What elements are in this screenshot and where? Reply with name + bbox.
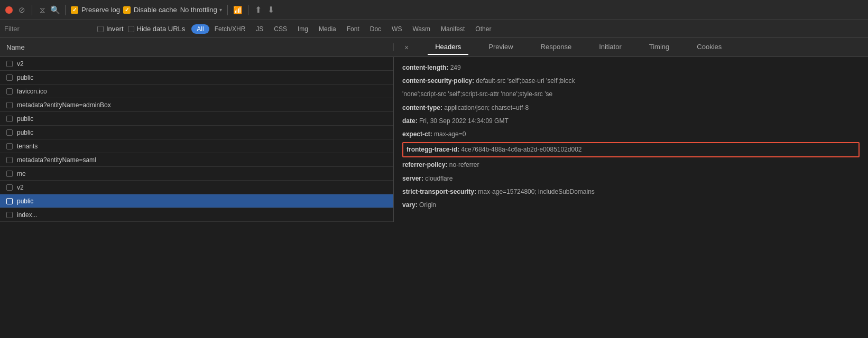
header-key: date: [402, 117, 418, 125]
request-name: public [17, 74, 33, 81]
filter-icon-btn[interactable]: ⧖ [38, 5, 47, 15]
request-item[interactable]: v2 [0, 181, 393, 194]
header-value: no-referrer [447, 161, 479, 168]
request-checkbox[interactable] [6, 157, 13, 163]
request-name: metadata?entityName=saml [17, 156, 96, 164]
invert-checkbox[interactable]: Invert [97, 25, 124, 33]
header-value: max-age=0 [432, 130, 466, 138]
header-value: Fri, 30 Sep 2022 14:34:09 GMT [418, 117, 509, 125]
throttle-select[interactable]: No throttling ▾ [180, 6, 222, 14]
request-checkbox[interactable] [6, 102, 13, 108]
header-value: 'none';script-src 'self';script-src-attr… [402, 90, 552, 98]
request-item[interactable]: metadata?entityName=adminBox [0, 98, 393, 112]
header-value: 249 [448, 64, 460, 71]
header-row: content-security-policy: default-src 'se… [402, 74, 860, 88]
detail-tab-preview[interactable]: Preview [481, 40, 520, 55]
request-item[interactable]: public [0, 71, 393, 84]
header-row: strict-transport-security: max-age=15724… [402, 185, 860, 199]
request-checkbox[interactable] [6, 74, 13, 81]
request-item[interactable]: metadata?entityName=saml [0, 153, 393, 167]
request-checkbox[interactable] [6, 198, 13, 204]
request-checkbox[interactable] [6, 61, 13, 67]
filter-tab-js[interactable]: JS [251, 24, 269, 34]
hide-data-urls-check-icon [128, 26, 134, 32]
request-item[interactable]: v2 [0, 57, 393, 71]
upload-button[interactable]: ⬆ [254, 5, 263, 15]
preserve-log-check-icon [71, 6, 78, 14]
request-name: public [17, 115, 33, 123]
invert-label: Invert [106, 25, 124, 33]
filter-tab-fetch/xhr[interactable]: Fetch/XHR [209, 24, 251, 34]
header-key: vary: [402, 201, 418, 209]
filter-input[interactable] [4, 25, 93, 33]
detail-tab-timing[interactable]: Timing [642, 40, 677, 55]
detail-tab-initiator[interactable]: Initiator [592, 40, 629, 55]
download-button[interactable]: ⬇ [266, 5, 276, 15]
divider-2 [65, 5, 66, 15]
request-item[interactable]: public [0, 126, 393, 139]
request-checkbox[interactable] [6, 184, 13, 191]
upload-icon: ⬆ [255, 5, 262, 15]
header-key: expect-ct: [402, 130, 432, 138]
header-value: Origin [418, 201, 436, 209]
record-icon [5, 6, 13, 14]
invert-check-icon [97, 26, 104, 32]
header-row: content-length: 249 [402, 61, 860, 74]
header-row: expect-ct: max-age=0 [402, 128, 860, 141]
hide-data-urls-checkbox[interactable]: Hide data URLs [128, 25, 186, 33]
request-checkbox[interactable] [6, 88, 13, 95]
hide-data-urls-label: Hide data URLs [137, 25, 186, 33]
search-icon: 🔍 [50, 5, 60, 15]
filter-tab-media[interactable]: Media [313, 24, 341, 34]
request-name: index... [17, 211, 38, 219]
preserve-log-checkbox[interactable]: Preserve log [71, 6, 120, 14]
search-button[interactable]: 🔍 [50, 5, 60, 15]
request-item[interactable]: public [0, 194, 393, 208]
request-item[interactable]: index... [0, 208, 393, 222]
detail-tab-response[interactable]: Response [533, 40, 579, 55]
header-row: frontegg-trace-id: 4ce7684b-488a-4c6a-ab… [402, 142, 860, 157]
preserve-log-label: Preserve log [81, 6, 120, 14]
disable-cache-label: Disable cache [134, 6, 177, 14]
throttle-label: No throttling [180, 6, 217, 14]
request-list: v2publicfavicon.icometadata?entityName=a… [0, 57, 394, 222]
header-row: vary: Origin [402, 199, 860, 212]
clear-button[interactable]: ⊘ [17, 5, 26, 15]
main-content: v2publicfavicon.icometadata?entityName=a… [0, 57, 868, 222]
header-row: referrer-policy: no-referrer [402, 158, 860, 172]
request-checkbox[interactable] [6, 129, 13, 136]
detail-tab-cookies[interactable]: Cookies [689, 40, 729, 55]
filter-tab-all[interactable]: All [191, 24, 209, 34]
request-item[interactable]: public [0, 112, 393, 126]
request-checkbox[interactable] [6, 143, 13, 149]
header-key: content-length: [402, 64, 448, 71]
close-detail-button[interactable]: × [400, 43, 413, 52]
filter-tab-other[interactable]: Other [470, 24, 496, 34]
wifi-icon: 📶 [233, 6, 242, 14]
request-checkbox[interactable] [6, 212, 13, 218]
wifi-settings-button[interactable]: 📶 [233, 5, 243, 15]
filter-tab-css[interactable]: CSS [269, 24, 292, 34]
column-headers: Name ×HeadersPreviewResponseInitiatorTim… [0, 38, 868, 57]
headers-panel: content-length: 249content-security-poli… [394, 57, 868, 222]
request-item[interactable]: me [0, 167, 393, 181]
filter-tab-doc[interactable]: Doc [365, 24, 386, 34]
name-column-header: Name [0, 43, 394, 51]
filter-icon: ⧖ [40, 5, 45, 15]
disable-cache-checkbox[interactable]: Disable cache [123, 6, 177, 14]
request-name: me [17, 170, 26, 177]
header-row: content-type: application/json; charset=… [402, 101, 860, 115]
request-item[interactable]: favicon.ico [0, 84, 393, 98]
header-key: server: [402, 175, 423, 182]
record-button[interactable] [4, 5, 14, 15]
request-item[interactable]: tenants [0, 139, 393, 153]
filter-tab-wasm[interactable]: Wasm [407, 24, 436, 34]
filter-tab-img[interactable]: Img [292, 24, 313, 34]
header-value: application/json; charset=utf-8 [442, 104, 529, 111]
filter-tab-font[interactable]: Font [341, 24, 365, 34]
filter-tab-ws[interactable]: WS [386, 24, 407, 34]
filter-tab-manifest[interactable]: Manifest [436, 24, 470, 34]
request-checkbox[interactable] [6, 171, 13, 177]
request-checkbox[interactable] [6, 116, 13, 122]
detail-tab-headers[interactable]: Headers [428, 40, 468, 55]
